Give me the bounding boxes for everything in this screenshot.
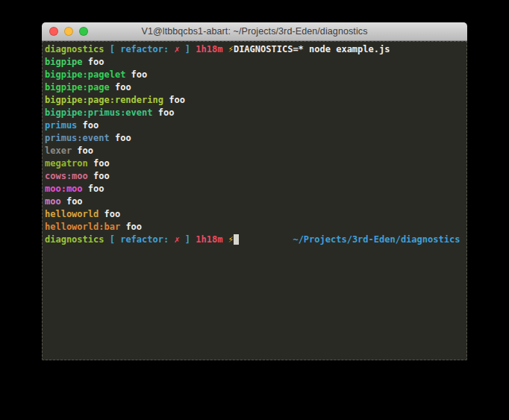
- terminal-text: primus:event: [45, 133, 110, 143]
- terminal-text: foo: [72, 145, 93, 156]
- terminal-line: bigpipe:page foo: [45, 81, 464, 94]
- terminal-text: primus: [45, 120, 77, 131]
- terminal-text: ]: [180, 44, 196, 54]
- terminal-line: moo:moo foo: [45, 183, 464, 195]
- terminal-text: helloworld:bar: [45, 222, 120, 232]
- terminal-text: bigpipe:pagelet: [45, 69, 125, 80]
- terminal-text: ~/Projects/3rd-Eden/diagnostics: [293, 234, 460, 245]
- terminal-text: bigpipe:primus:event: [45, 107, 153, 118]
- terminal-text: foo: [83, 184, 104, 194]
- traffic-lights: [49, 27, 88, 36]
- terminal-line: bigpipe:page:rendering foo: [45, 94, 464, 107]
- window-title: V1@ltbbqcbs1-abart: ~/Projects/3rd-Eden/…: [141, 26, 367, 37]
- terminal-text: foo: [120, 222, 142, 232]
- terminal-text: ✗: [174, 234, 179, 245]
- minimize-button[interactable]: [64, 27, 73, 36]
- terminal-output[interactable]: diagnostics [ refactor: ✗ ] 1h18m ⚡DIAGN…: [42, 41, 467, 360]
- terminal-text: ⚡: [228, 234, 234, 245]
- terminal-window: V1@ltbbqcbs1-abart: ~/Projects/3rd-Eden/…: [42, 22, 467, 360]
- terminal-text: bigpipe:page: [45, 82, 110, 93]
- terminal-text: 1h18m: [196, 234, 222, 245]
- terminal-text: ]: [180, 234, 196, 245]
- terminal-line: megatron foo: [45, 157, 464, 170]
- titlebar[interactable]: V1@ltbbqcbs1-abart: ~/Projects/3rd-Eden/…: [42, 22, 467, 41]
- terminal-text: diagnostics: [45, 44, 104, 54]
- terminal-text: foo: [153, 107, 175, 118]
- terminal-text: [222, 44, 228, 54]
- terminal-text: [239, 234, 293, 245]
- terminal-text: [ refactor:: [104, 234, 174, 245]
- terminal-text: cows:moo: [45, 171, 88, 181]
- terminal-text: foo: [110, 133, 131, 143]
- terminal-line: helloworld:bar foo: [45, 221, 464, 233]
- terminal-text: moo:moo: [45, 184, 83, 194]
- terminal-line: diagnostics [ refactor: ✗ ] 1h18m ⚡DIAGN…: [45, 43, 464, 56]
- terminal-text: ⚡: [228, 44, 234, 54]
- terminal-text: bigpipe: [45, 57, 83, 67]
- terminal-text: foo: [83, 57, 104, 67]
- terminal-line: bigpipe foo: [45, 56, 464, 69]
- terminal-text: foo: [61, 196, 83, 207]
- terminal-line: bigpipe:pagelet foo: [45, 69, 464, 81]
- terminal-line: cows:moo foo: [45, 170, 464, 183]
- zoom-button[interactable]: [79, 27, 88, 36]
- terminal-text: moo: [45, 196, 61, 207]
- terminal-text: megatron: [45, 158, 88, 169]
- terminal-line: diagnostics [ refactor: ✗ ] 1h18m ⚡ ~/Pr…: [45, 233, 464, 246]
- terminal-text: diagnostics: [45, 234, 104, 245]
- terminal-text: [ refactor:: [104, 44, 174, 54]
- terminal-line: moo foo: [45, 195, 464, 208]
- terminal-text: bigpipe:page:rendering: [45, 95, 163, 105]
- terminal-text: DIAGNOSTICS=* node example.js: [234, 44, 390, 54]
- terminal-line: primus foo: [45, 119, 464, 132]
- terminal-text: [222, 234, 228, 245]
- terminal-text: foo: [110, 82, 131, 93]
- terminal-line: lexer foo: [45, 145, 464, 157]
- terminal-text: foo: [163, 95, 185, 105]
- terminal-line: helloworld foo: [45, 208, 464, 221]
- terminal-line: bigpipe:primus:event foo: [45, 107, 464, 119]
- terminal-text: foo: [125, 69, 147, 80]
- terminal-line: primus:event foo: [45, 132, 464, 145]
- terminal-text: ✗: [174, 44, 179, 54]
- terminal-text: 1h18m: [196, 44, 222, 54]
- terminal-text: lexer: [45, 145, 72, 156]
- terminal-text: foo: [88, 158, 110, 169]
- close-button[interactable]: [49, 27, 58, 36]
- terminal-text: helloworld: [45, 209, 99, 219]
- terminal-text: foo: [99, 209, 120, 219]
- terminal-text: foo: [88, 171, 110, 181]
- terminal-text: foo: [77, 120, 99, 131]
